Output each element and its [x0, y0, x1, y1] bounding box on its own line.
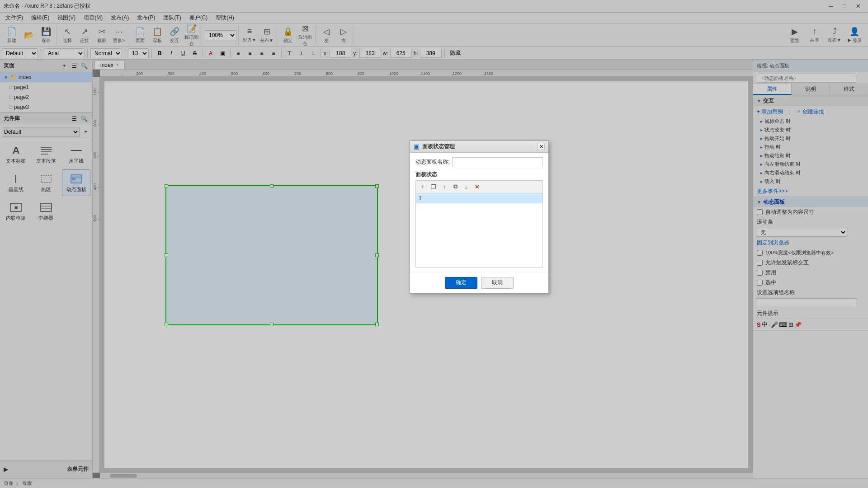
state-add-btn[interactable]: + [418, 182, 428, 192]
state-copy-btn[interactable]: ❐ [429, 182, 439, 192]
state-up-icon: ↑ [443, 183, 446, 190]
dialog-name-row: 动态面板名称: [415, 157, 543, 167]
dialog-confirm-btn[interactable]: 确定 [445, 277, 477, 289]
confirm-label: 确定 [456, 279, 467, 286]
dialog-cancel-btn[interactable]: 取消 [481, 277, 514, 289]
state-add-icon: + [421, 183, 425, 190]
dialog-title-left: ▣ 面板状态管理 [414, 143, 455, 150]
cancel-label: 取消 [492, 279, 503, 286]
state-down-btn[interactable]: ↓ [461, 182, 471, 192]
state-delete-btn[interactable]: ✕ [472, 182, 482, 192]
dialog-close-btn[interactable]: ✕ [538, 143, 545, 150]
dialog-state-list[interactable]: 1 [415, 193, 543, 267]
dialog-body: 动态面板名称: 面板状态 + ❐ ↑ [410, 153, 548, 272]
dialog-titlebar: ▣ 面板状态管理 ✕ [410, 141, 548, 153]
dialog-overlay: ▣ 面板状态管理 ✕ 动态面板名称: 面板状态 + ❐ [0, 0, 868, 488]
dialog-name-input[interactable] [452, 157, 543, 167]
state-copy2-btn[interactable]: ⧉ [450, 182, 460, 192]
dialog-state-toolbar: + ❐ ↑ ⧉ ↓ ✕ [415, 180, 543, 193]
state-delete-icon: ✕ [475, 183, 480, 190]
dialog-states-section: 面板状态 + ❐ ↑ ⧉ ↓ [415, 171, 543, 267]
state-item-1[interactable]: 1 [416, 193, 542, 203]
state-manager-dialog: ▣ 面板状态管理 ✕ 动态面板名称: 面板状态 + ❐ [410, 141, 549, 294]
state-down-icon: ↓ [465, 183, 468, 190]
state-label-1: 1 [419, 195, 422, 202]
dialog-states-label: 面板状态 [415, 171, 543, 178]
state-up-btn[interactable]: ↑ [439, 182, 449, 192]
dialog-title-text: 面板状态管理 [422, 143, 455, 150]
state-copy-icon: ❐ [431, 183, 436, 190]
dialog-footer: 确定 取消 [410, 272, 548, 293]
dialog-name-label: 动态面板名称: [415, 158, 449, 166]
state-copy2-icon: ⧉ [453, 183, 458, 190]
dialog-title-icon: ▣ [414, 143, 420, 150]
